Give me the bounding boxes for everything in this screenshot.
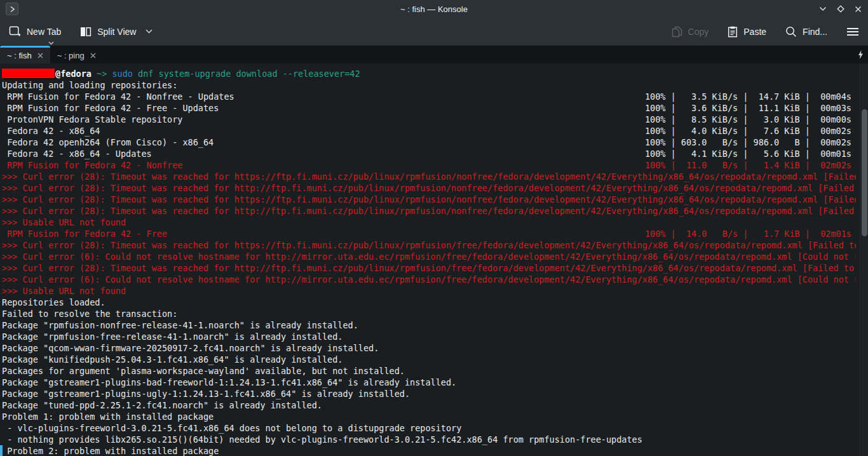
tab-bar: ~ : fish ~ : ping xyxy=(0,46,868,64)
window-title: ~ : fish — Konsole xyxy=(0,4,868,14)
tab-fish[interactable]: ~ : fish xyxy=(0,46,50,64)
terminal-line: >>> Curl error (28): Timeout was reached… xyxy=(0,262,856,274)
terminal-line: Package "gstreamer1-plugins-bad-freeworl… xyxy=(0,377,856,388)
terminal-line: RPM Fusion for Fedora 42 - Free - Update… xyxy=(0,102,856,114)
new-tab-dropdown-icon xyxy=(48,41,54,45)
terminal-line: Fedora 42 openh264 (From Cisco) - x86_64… xyxy=(0,137,856,148)
paste-button[interactable]: Paste xyxy=(728,26,766,37)
terminal-line: Fedora 42 - x86_64 - Updates100% | 4.1 K… xyxy=(0,148,856,159)
terminal-line: >>> Curl error (28): Timeout was reached… xyxy=(0,194,856,205)
terminal[interactable]: @fedora ~> sudo dnf system-upgrade downl… xyxy=(0,64,868,456)
copy-icon xyxy=(672,26,682,37)
new-tab-button[interactable]: New Tab xyxy=(9,26,61,37)
hamburger-menu-button[interactable] xyxy=(846,27,859,36)
close-button[interactable] xyxy=(855,6,862,13)
close-icon xyxy=(855,6,862,13)
find-label: Find... xyxy=(803,27,827,37)
terminal-line: Package "gstreamer1-plugins-ugly-1:1.24.… xyxy=(0,388,856,399)
find-button[interactable]: Find... xyxy=(785,26,827,37)
terminal-line: RPM Fusion for Fedora 42 - Nonfree100% |… xyxy=(0,159,856,171)
tab-ping[interactable]: ~ : ping xyxy=(50,46,103,64)
terminal-line: >>> Curl error (28): Timeout was reached… xyxy=(0,239,856,251)
tab-close-icon[interactable] xyxy=(90,53,96,58)
output-position-indicator xyxy=(0,445,3,456)
terminal-line: Fedora 42 - x86_64100% | 4.0 KiB/s | 7.6… xyxy=(0,125,856,137)
maximize-icon xyxy=(837,5,844,13)
split-view-label: Split View xyxy=(97,27,136,37)
terminal-line: @fedora ~> sudo dnf system-upgrade downl… xyxy=(0,68,856,79)
terminal-line: Problem 2: problem with installed packag… xyxy=(0,445,856,456)
redacted-username xyxy=(2,69,55,78)
toolbar: New Tab Split View xyxy=(0,18,868,46)
split-view-icon xyxy=(80,27,92,37)
tab-close-icon[interactable] xyxy=(37,53,43,58)
terminal-line: Package "tuned-ppd-2.25.1-2.fc41.noarch"… xyxy=(0,399,856,411)
split-view-dropdown-icon xyxy=(146,29,153,34)
maximize-button[interactable] xyxy=(837,5,844,13)
new-tab-label: New Tab xyxy=(27,27,61,37)
terminal-line: >>> Curl error (28): Timeout was reached… xyxy=(0,205,856,217)
terminal-line: Failed to resolve the transaction: xyxy=(0,308,856,319)
terminal-line: Package "rpmfusion-free-release-41-1.noa… xyxy=(0,331,856,342)
terminal-line: - vlc-plugins-freeworld-3.0.21-5.fc41.x8… xyxy=(0,422,856,434)
paste-label: Paste xyxy=(743,27,766,37)
scrollbar[interactable] xyxy=(860,64,868,456)
terminal-line: Package "kunifiedpush-25.04.3-1.fc41.x86… xyxy=(0,354,856,365)
paste-icon xyxy=(728,26,738,37)
terminal-line: >>> Curl error (28): Timeout was reached… xyxy=(0,182,856,194)
minimize-icon xyxy=(819,6,827,11)
terminal-line: ProtonVPN Fedora Stable repository100% |… xyxy=(0,114,856,125)
terminal-line: >>> Curl error (6): Could not resolve ho… xyxy=(0,274,856,285)
terminal-line: >>> Usable URL not found xyxy=(0,217,856,228)
terminal-line: Updating and loading repositories: xyxy=(0,79,856,91)
terminal-line: Repositories loaded. xyxy=(0,297,856,308)
terminal-line: >>> Curl error (6): Could not resolve ho… xyxy=(0,251,856,262)
titlebar[interactable]: ~ : fish — Konsole xyxy=(0,0,868,18)
minimize-button[interactable] xyxy=(819,6,827,11)
tab-ping-label: ~ : ping xyxy=(57,51,85,60)
new-tab-icon xyxy=(9,26,21,37)
scrollbar-thumb[interactable] xyxy=(862,109,867,236)
split-view-button[interactable]: Split View xyxy=(80,27,153,37)
tab-fish-label: ~ : fish xyxy=(7,51,32,60)
terminal-line: Package "qcom-wwan-firmware-20250917-2.f… xyxy=(0,342,856,354)
terminal-line: Packages for argument 'plasma-workspace-… xyxy=(0,365,856,377)
terminal-line: >>> Usable URL not found xyxy=(0,285,856,297)
terminal-line: RPM Fusion for Fedora 42 - Free100% | 14… xyxy=(0,228,856,239)
copy-label: Copy xyxy=(688,27,709,37)
konsole-app-icon xyxy=(6,3,18,15)
terminal-line: Problem 1: problem with installed packag… xyxy=(0,411,856,422)
terminal-line: >>> Curl error (28): Timeout was reached… xyxy=(0,171,856,182)
terminal-line: Package "rpmfusion-nonfree-release-41-1.… xyxy=(0,319,856,331)
lightning-icon[interactable] xyxy=(858,50,864,59)
terminal-line: RPM Fusion for Fedora 42 - Nonfree - Upd… xyxy=(0,91,856,102)
search-icon xyxy=(785,26,797,37)
terminal-body: @fedora ~> sudo dnf system-upgrade downl… xyxy=(0,68,856,456)
copy-button[interactable]: Copy xyxy=(672,26,709,37)
window-controls xyxy=(819,0,862,18)
terminal-line: - nothing provides libx265.so.215()(64bi… xyxy=(0,434,856,445)
hamburger-icon xyxy=(846,27,859,36)
